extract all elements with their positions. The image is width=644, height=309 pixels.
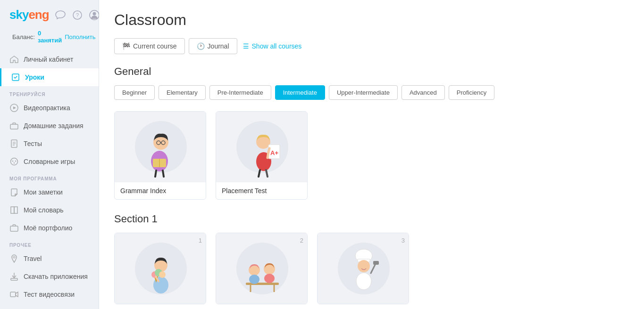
section1-card-1[interactable]: 1 — [114, 233, 206, 304]
level-upper-intermediate[interactable]: Upper-Intermediate — [329, 85, 398, 100]
sidebar-item-tests[interactable]: Тесты — [0, 135, 99, 153]
sidebar-item-portfolio[interactable]: Моё портфолио — [0, 219, 99, 237]
svg-point-3 — [92, 12, 96, 15]
tab-journal[interactable]: 🕐 Journal — [189, 38, 237, 54]
svg-rect-47 — [246, 283, 279, 285]
section-other-label: ПРОЧЕЕ — [0, 237, 99, 250]
sidebar-item-wordgames[interactable]: Словарные игры — [0, 153, 99, 171]
apps-label: Скачать приложения — [24, 273, 88, 280]
note-icon — [9, 187, 19, 197]
level-proficiency[interactable]: Proficiency — [449, 85, 495, 100]
topup-link[interactable]: Пополнить — [65, 33, 95, 41]
level-beginner[interactable]: Beginner — [114, 85, 155, 100]
section1-card-3[interactable]: 3 — [317, 233, 409, 304]
logo-sky: sky — [9, 8, 28, 22]
balance-label: Баланс: — [12, 33, 35, 41]
chat-icon[interactable] — [54, 8, 67, 22]
notes-label: Мои заметки — [24, 188, 63, 196]
sidebar: skyeng ? Баланс: 0 занятий Пополнить Лич… — [0, 0, 99, 309]
card2-image: 2 — [216, 233, 308, 304]
sidebar-item-homework[interactable]: Домашние задания — [0, 117, 99, 135]
section-program-label: МОЯ ПРОГРАММА — [0, 171, 99, 183]
card1-image: 1 — [115, 233, 206, 304]
logo-icons: ? — [54, 8, 101, 22]
svg-line-30 — [163, 171, 164, 177]
card-placement-label: Placement Test — [216, 182, 307, 199]
book-icon — [9, 205, 19, 215]
lessons-label: Уроки — [25, 73, 44, 81]
sidebar-item-videopractice[interactable]: Видеопрактика — [0, 99, 99, 117]
level-elementary[interactable]: Elementary — [159, 85, 206, 100]
card-placement-test[interactable]: A+ Placement Test — [216, 111, 308, 200]
level-pre-intermediate[interactable]: Pre-Intermediate — [209, 85, 271, 100]
svg-point-13 — [12, 161, 13, 162]
travel-icon — [9, 254, 19, 263]
svg-point-53 — [264, 274, 275, 283]
help-icon[interactable]: ? — [71, 8, 84, 22]
svg-text:?: ? — [76, 12, 79, 18]
svg-point-15 — [14, 163, 15, 163]
sidebar-nav: Личный кабинет Уроки ТРЕНИРУЙСЯ Видеопра… — [0, 50, 99, 301]
games-icon — [9, 157, 19, 166]
svg-point-14 — [15, 161, 16, 162]
card-grammar-index[interactable]: Grammar Index — [114, 111, 206, 200]
card2-number: 2 — [300, 237, 303, 244]
lessons-icon — [11, 73, 20, 82]
general-cards-grid: Grammar Index A+ — [114, 111, 629, 200]
sidebar-item-notes[interactable]: Мои заметки — [0, 183, 99, 201]
tab-bar: 🏁 Current course 🕐 Journal ☰ Show all co… — [114, 38, 629, 54]
level-intermediate[interactable]: Intermediate — [275, 85, 325, 100]
portfolio-icon — [9, 223, 19, 233]
svg-text:A+: A+ — [270, 149, 278, 156]
section1-card-2[interactable]: 2 — [216, 233, 308, 304]
tab-current-course[interactable]: 🏁 Current course — [114, 38, 185, 54]
svg-line-29 — [155, 171, 156, 177]
card3-number: 3 — [401, 237, 405, 244]
download-icon — [9, 272, 19, 281]
svg-point-57 — [358, 260, 370, 272]
logo-eng: eng — [28, 8, 49, 22]
placement-illustration: A+ — [236, 116, 288, 178]
tests-label: Тесты — [24, 140, 42, 147]
svg-point-12 — [11, 158, 18, 165]
sidebar-item-videotest[interactable]: Тест видеосвязи — [0, 285, 99, 301]
svg-point-50 — [249, 264, 260, 276]
svg-rect-20 — [10, 292, 16, 297]
sidebar-item-lessons[interactable]: Уроки — [0, 68, 99, 86]
sidebar-item-apps[interactable]: Скачать приложения — [0, 268, 99, 285]
sidebar-item-travel[interactable]: Travel — [0, 250, 99, 268]
balance-amount: 0 занятий — [38, 30, 62, 44]
card2-illustration — [236, 238, 288, 299]
home-icon — [9, 55, 19, 64]
section-train-label: ТРЕНИРУЙСЯ — [0, 86, 99, 99]
show-all-label: Show all courses — [252, 42, 302, 50]
section1-cards-grid: 1 — [114, 233, 629, 304]
grammar-illustration — [135, 116, 187, 178]
flag-icon: 🏁 — [122, 42, 130, 50]
play-icon — [9, 103, 19, 113]
logo-text: skyeng — [9, 8, 49, 22]
sidebar-item-cabinet[interactable]: Личный кабинет — [0, 50, 99, 68]
file-icon — [9, 139, 19, 148]
svg-point-17 — [13, 256, 15, 258]
svg-rect-60 — [373, 261, 379, 265]
svg-rect-18 — [11, 278, 17, 280]
travel-label: Travel — [24, 255, 42, 262]
card3-illustration — [338, 238, 390, 299]
svg-point-44 — [159, 271, 166, 278]
level-advanced[interactable]: Advanced — [401, 85, 445, 100]
card-grammar-image — [115, 112, 206, 182]
level-filters: Beginner Elementary Pre-Intermediate Int… — [114, 85, 629, 100]
svg-marker-6 — [13, 106, 16, 109]
briefcase-icon — [9, 121, 19, 130]
svg-point-51 — [249, 275, 259, 284]
sidebar-item-dictionary[interactable]: Мой словарь — [0, 201, 99, 219]
show-all-courses-link[interactable]: ☰ Show all courses — [241, 39, 304, 54]
wordgames-label: Словарные игры — [24, 158, 75, 165]
card-placement-image: A+ — [216, 112, 308, 182]
balance-row: Баланс: 0 занятий Пополнить — [0, 28, 99, 50]
card1-illustration — [135, 238, 187, 299]
cabinet-label: Личный кабинет — [24, 56, 73, 63]
card1-number: 1 — [199, 237, 202, 244]
videopractice-label: Видеопрактика — [24, 104, 70, 112]
